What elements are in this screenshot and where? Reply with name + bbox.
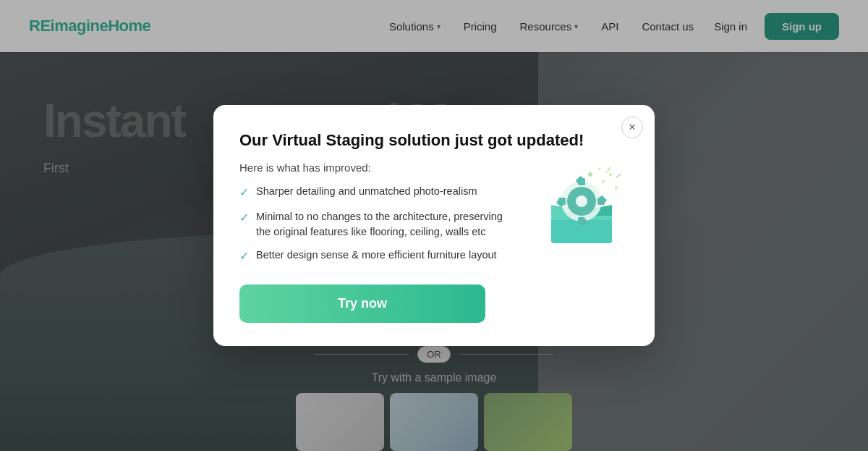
modal-title: Our Virtual Staging solution just got up… xyxy=(239,131,629,150)
modal-body: Here is what has improved: ✓ Sharper det… xyxy=(239,161,629,264)
modal-dialog: × Our Virtual Staging solution just got … xyxy=(213,105,655,346)
modal-btn-row: Try now xyxy=(239,284,629,323)
check-icon-1: ✓ xyxy=(239,185,249,201)
feature-text-2: Minimal to no changes to the architectur… xyxy=(256,209,520,239)
svg-point-20 xyxy=(576,195,587,207)
svg-point-2 xyxy=(609,173,612,176)
modal-overlay: × Our Virtual Staging solution just got … xyxy=(0,0,868,451)
try-now-button[interactable]: Try now xyxy=(239,284,485,323)
list-item: ✓ Better design sense & more efficient f… xyxy=(239,248,520,264)
svg-point-0 xyxy=(588,172,592,177)
svg-point-4 xyxy=(615,186,618,189)
check-icon-2: ✓ xyxy=(239,210,249,226)
list-item: ✓ Sharper detailing and unmatched photo-… xyxy=(239,184,520,201)
feature-text-1: Sharper detailing and unmatched photo-re… xyxy=(256,184,477,198)
modal-feature-list: ✓ Sharper detailing and unmatched photo-… xyxy=(239,184,520,264)
check-icon-3: ✓ xyxy=(239,248,249,264)
svg-point-3 xyxy=(599,167,601,169)
modal-illustration xyxy=(535,161,629,248)
modal-subtitle: Here is what has improved: xyxy=(239,161,520,174)
svg-line-5 xyxy=(607,167,610,172)
feature-text-3: Better design sense & more efficient fur… xyxy=(256,248,497,262)
gear-box-icon xyxy=(538,161,625,248)
modal-content: Here is what has improved: ✓ Sharper det… xyxy=(239,161,520,264)
modal-close-button[interactable]: × xyxy=(621,117,643,138)
list-item: ✓ Minimal to no changes to the architect… xyxy=(239,209,520,239)
svg-line-6 xyxy=(616,174,621,177)
svg-point-1 xyxy=(602,180,605,183)
